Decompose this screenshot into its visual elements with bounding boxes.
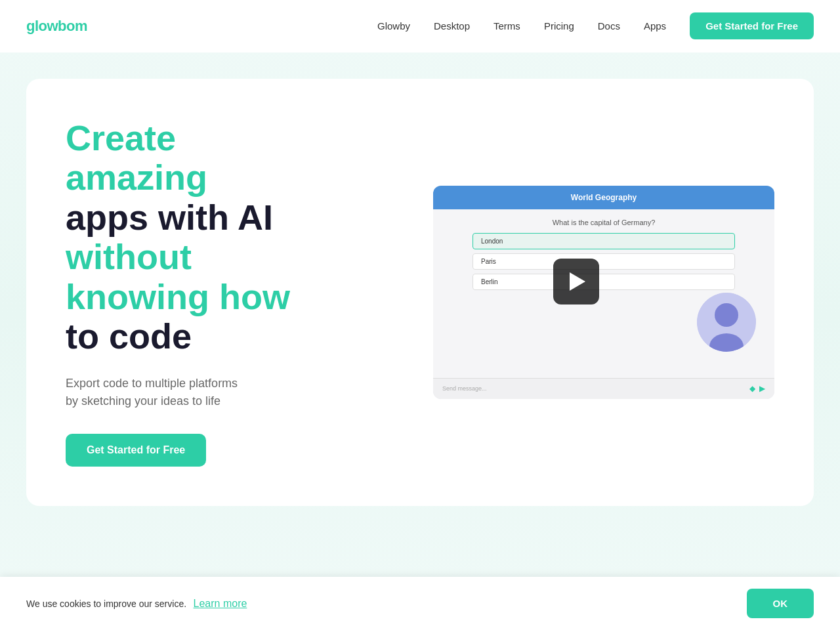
preview-inner: World Geography What is the capital of G…	[433, 186, 774, 378]
preview-message-icons: ◆ ▶	[749, 384, 765, 393]
nav-cta-button[interactable]: Get Started for Free	[690, 12, 814, 39]
preview-top-bar: World Geography	[433, 186, 774, 209]
hero-section: Create amazing apps with AI without know…	[0, 79, 840, 506]
mic-icon: ◆	[749, 384, 755, 393]
navbar: glowbom Glowby Desktop Terms Pricing Doc…	[0, 0, 840, 52]
nav-link-glowby[interactable]: Glowby	[377, 20, 410, 32]
preview-answer-1: Paris	[472, 253, 735, 270]
hero-right: World Geography What is the capital of G…	[433, 186, 774, 399]
svg-point-1	[715, 303, 738, 327]
preview-message-bar: Send message... ◆ ▶	[433, 378, 774, 399]
hero-title-line2: amazing	[66, 158, 207, 197]
hero-subtitle-line2: by sketching your ideas to life	[66, 394, 220, 408]
cookie-message: We use cookies to improve our service. L…	[26, 598, 247, 610]
cookie-banner: We use cookies to improve our service. L…	[0, 577, 840, 630]
cookie-learn-more-link[interactable]: Learn more	[194, 598, 247, 609]
hero-subtitle-line1: Export code to multiple platforms	[66, 377, 238, 390]
video-preview: World Geography What is the capital of G…	[433, 186, 774, 399]
hero-title-line6: to code	[66, 316, 192, 356]
hero-card: Create amazing apps with AI without know…	[26, 79, 814, 506]
send-icon: ▶	[759, 384, 765, 393]
nav-link-terms[interactable]: Terms	[494, 20, 520, 32]
nav-link-pricing[interactable]: Pricing	[544, 20, 574, 32]
preview-avatar	[697, 293, 756, 352]
hero-cta-button[interactable]: Get Started for Free	[66, 434, 206, 467]
preview-answer-2: Berlin	[472, 274, 735, 290]
hero-title-line3: apps with AI	[66, 198, 273, 237]
hero-left: Create amazing apps with AI without know…	[66, 118, 407, 467]
hero-title: Create amazing apps with AI without know…	[66, 118, 407, 356]
hero-title-line5: knowing how	[66, 277, 290, 316]
avatar-svg	[697, 293, 756, 352]
brand-logo[interactable]: glowbom	[26, 18, 87, 35]
cookie-ok-button[interactable]: OK	[747, 589, 814, 618]
hero-title-line4: without	[66, 237, 192, 276]
cookie-text: We use cookies to improve our service.	[26, 598, 186, 609]
nav-link-desktop[interactable]: Desktop	[434, 20, 470, 32]
play-button[interactable]	[553, 259, 599, 304]
preview-message-input: Send message...	[442, 385, 744, 392]
nav-link-docs[interactable]: Docs	[598, 20, 620, 32]
hero-title-line1: Create	[66, 118, 176, 158]
hero-subtitle: Export code to multiple platforms by ske…	[66, 375, 407, 410]
play-icon	[570, 272, 585, 291]
preview-question: What is the capital of Germany?	[433, 219, 774, 226]
nav-link-apps[interactable]: Apps	[644, 20, 666, 32]
preview-answers: London Paris Berlin	[433, 233, 774, 290]
preview-answer-0: London	[472, 233, 735, 249]
